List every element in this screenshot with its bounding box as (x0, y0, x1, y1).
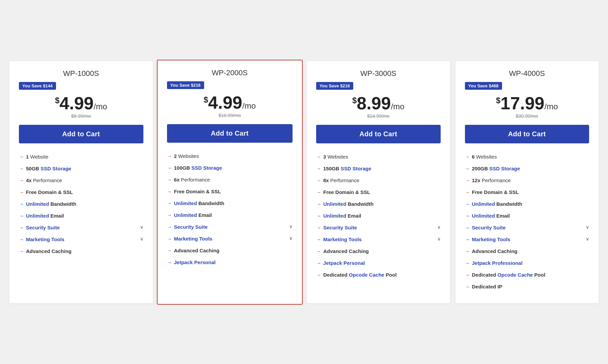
chevron-down-icon[interactable]: ∨ (289, 235, 293, 242)
feature-bold-text: Dedicated (472, 272, 498, 278)
feature-text: Advanced Caching (174, 247, 293, 254)
feature-text: 2 Websites (174, 152, 293, 160)
feature-blue-text: Security Suite (26, 225, 60, 230)
price-original-wp-2000s: $10.99/mo (167, 113, 293, 118)
features-list-wp-1000s: →1 Website→50GB SSD Storage→4x Performan… (19, 151, 143, 257)
plan-card-wp-4000s: WP-4000SYou Save $468$17.99/mo$30.99/moA… (455, 61, 599, 303)
feature-bold-text: Dedicated IP (472, 284, 502, 289)
plan-card-wp-1000s: WP-1000SYou Save $144$4.99/mo$8.99/moAdd… (9, 61, 153, 303)
feature-text: 6 Websites (472, 153, 589, 160)
red-arrow-icon: → (316, 189, 321, 196)
blue-arrow-icon: → (167, 259, 172, 266)
feature-bold-text: 12x (472, 177, 480, 183)
feature-text: Security Suite (472, 224, 586, 231)
red-arrow-icon: → (19, 248, 24, 255)
feature-bold-text: 100GB (174, 165, 190, 171)
list-item: →Marketing Tools∨ (316, 233, 441, 245)
feature-bold-text: Pool (384, 272, 397, 278)
features-list-wp-2000s: →2 Websites→100GB SSD Storage→6x Perform… (167, 150, 293, 268)
plan-title-wp-1000s: WP-1000S (19, 69, 143, 78)
blue-arrow-icon: → (167, 212, 172, 219)
red-arrow-icon: → (19, 153, 24, 160)
list-item: →Advanced Caching (316, 245, 441, 257)
list-item: →Advanced Caching (19, 245, 143, 257)
features-list-wp-4000s: →6 Websites→200GB SSD Storage→12x Perfor… (465, 151, 589, 292)
plan-title-wp-4000s: WP-4000S (465, 69, 589, 78)
feature-plain-text: Performance (179, 177, 210, 183)
feature-bold-text: 50GB (26, 166, 39, 171)
red-arrow-icon: → (465, 271, 470, 278)
feature-blue-text: Unlimited (472, 213, 495, 219)
price-amount-wp-4000s: $17.99/mo (496, 93, 558, 113)
feature-blue-text: Marketing Tools (26, 236, 64, 242)
list-item: →Advanced Caching (465, 245, 589, 257)
price-main-wp-4000s: $17.99/mo (465, 94, 589, 112)
feature-blue-text: Jetpack Professional (472, 260, 523, 266)
feature-text: Unlimited Email (472, 212, 589, 219)
blue-arrow-icon: → (316, 212, 321, 219)
feature-blue-text: Security Suite (174, 224, 208, 230)
red-arrow-icon: → (465, 165, 470, 172)
add-to-cart-button-wp-3000s[interactable]: Add to Cart (316, 125, 441, 143)
chevron-down-icon[interactable]: ∨ (140, 236, 143, 243)
feature-bold-text: Bandwidth (346, 201, 374, 207)
list-item: →Free Domain & SSL (316, 186, 441, 198)
savings-badge-wp-1000s: You Save $144 (19, 82, 56, 90)
savings-badge-wp-2000s: You Save $216 (167, 81, 204, 89)
list-item: →Unlimited Email (316, 210, 441, 222)
blue-arrow-icon: → (465, 259, 470, 267)
list-item: →Free Domain & SSL (167, 186, 293, 197)
feature-text: Security Suite (174, 223, 289, 230)
feature-text: Unlimited Bandwidth (174, 200, 293, 207)
list-item: →50GB SSD Storage (19, 163, 143, 174)
list-item: →Dedicated IP (465, 281, 589, 292)
feature-bold-text: Bandwidth (49, 201, 76, 207)
feature-blue-text: Unlimited (26, 213, 49, 219)
feature-bold-text: 2 (174, 153, 177, 159)
feature-plain-text: Websites (177, 153, 199, 159)
feature-text: 4x Performance (26, 177, 143, 184)
chevron-down-icon[interactable]: ∨ (140, 224, 143, 231)
feature-blue-text: SSD Storage (339, 166, 371, 171)
blue-arrow-icon: → (465, 236, 470, 243)
feature-bold-text: 6x (174, 177, 180, 183)
feature-bold-text: Free Domain & SSL (323, 189, 370, 195)
feature-text: Marketing Tools (472, 236, 586, 243)
list-item: →1 Website (19, 151, 143, 163)
feature-blue-text: Unlimited (323, 213, 346, 219)
blue-arrow-icon: → (316, 224, 321, 231)
feature-text: Marketing Tools (26, 236, 140, 243)
feature-blue-text: Unlimited (174, 200, 197, 206)
add-to-cart-button-wp-1000s[interactable]: Add to Cart (19, 125, 143, 143)
feature-bold-text: Dedicated (323, 272, 349, 278)
red-arrow-icon: → (316, 177, 321, 184)
red-arrow-icon: → (19, 177, 24, 184)
feature-bold-text: Email (49, 213, 64, 219)
blue-arrow-icon: → (19, 224, 24, 231)
feature-blue-text: Marketing Tools (323, 236, 362, 242)
feature-blue-text: SSD Storage (190, 165, 222, 171)
feature-text: Unlimited Bandwidth (472, 200, 589, 207)
feature-bold-text: Pool (533, 272, 545, 278)
red-arrow-icon: → (167, 176, 172, 183)
blue-arrow-icon: → (465, 224, 470, 231)
feature-bold-text: 150GB (323, 166, 339, 171)
red-arrow-icon: → (19, 165, 24, 172)
chevron-down-icon[interactable]: ∨ (437, 224, 441, 231)
list-item: →Unlimited Bandwidth (465, 198, 589, 210)
add-to-cart-button-wp-4000s[interactable]: Add to Cart (465, 125, 589, 143)
chevron-down-icon[interactable]: ∨ (289, 223, 293, 230)
list-item: →Unlimited Email (167, 209, 293, 221)
chevron-down-icon[interactable]: ∨ (586, 224, 589, 231)
red-arrow-icon: → (316, 248, 321, 255)
add-to-cart-button-wp-2000s[interactable]: Add to Cart (167, 124, 293, 143)
price-original-wp-3000s: $14.99/mo (316, 113, 441, 119)
feature-plain-text: Performance (32, 177, 62, 183)
feature-text: Marketing Tools (174, 235, 289, 242)
feature-bold-text: Email (495, 213, 510, 219)
feature-blue-text: Security Suite (323, 225, 357, 230)
chevron-down-icon[interactable]: ∨ (586, 236, 589, 243)
chevron-down-icon[interactable]: ∨ (437, 236, 441, 243)
plan-card-wp-2000s: WP-2000SYou Save $216$4.99/mo$10.99/moAd… (157, 60, 303, 305)
list-item: →6x Performance (167, 174, 293, 186)
